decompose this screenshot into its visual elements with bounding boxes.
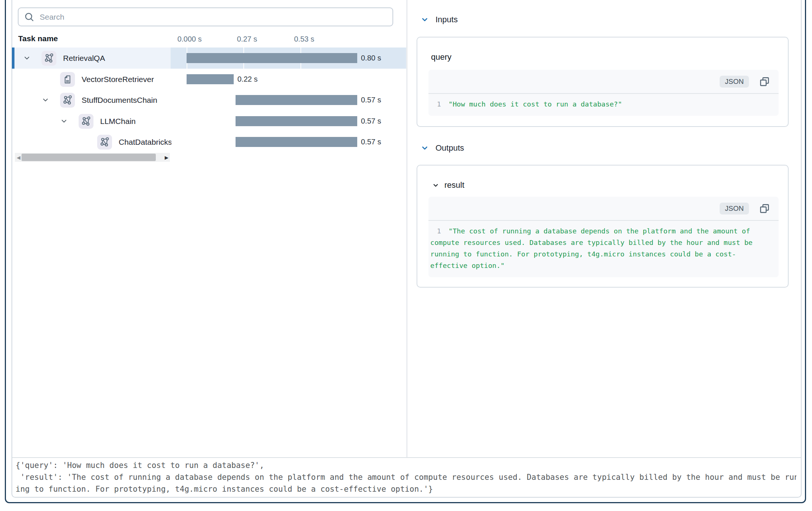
query-code-content: 1"How much does it cost to run a databas… — [428, 94, 779, 116]
search-box — [18, 7, 393, 26]
span-row-StuffDocumentsChain[interactable]: StuffDocumentsChain0.57 s — [12, 89, 406, 111]
code-line: effective option." — [428, 260, 779, 271]
expander-chevron-icon[interactable] — [23, 54, 42, 62]
retriever-document-icon — [60, 72, 75, 87]
query-field-label: query — [431, 52, 451, 62]
copy-icon — [759, 76, 770, 87]
duration-label: 0.57 s — [361, 89, 381, 111]
line-number: 1 — [428, 98, 441, 110]
duration-bar — [187, 74, 234, 84]
span-name-cell: LLMChain — [12, 111, 171, 132]
duration-label: 0.22 s — [237, 69, 257, 90]
duration-bar — [236, 116, 357, 126]
span-name-label: VectorStoreRetriever — [82, 75, 154, 84]
result-field-label: result — [444, 180, 464, 190]
json-format-badge[interactable]: JSON — [720, 76, 749, 88]
copy-button[interactable] — [759, 76, 770, 88]
span-row-ChatDatabricks[interactable]: ChatDatabricks0.57 s — [12, 131, 406, 153]
chain-span-icon — [60, 93, 75, 108]
result-collapse-chevron-icon[interactable] — [432, 182, 439, 189]
span-name-cell: ChatDatabricks — [12, 131, 171, 153]
duration-bar — [236, 95, 357, 105]
span-name-label: RetrievalQA — [63, 54, 105, 63]
output-result-card: result JSON 1"The cost of running a data… — [417, 165, 789, 288]
span-row-RetrievalQA[interactable]: RetrievalQA0.80 s — [12, 48, 406, 69]
search-icon — [24, 12, 34, 22]
span-row-VectorStoreRetriever[interactable]: VectorStoreRetriever0.22 s — [12, 69, 406, 90]
code-line: 1"How much does it cost to run a databas… — [428, 98, 779, 110]
trace-viewer-page: Task name 0.000 s0.27 s0.53 s RetrievalQ… — [0, 0, 812, 511]
outputs-collapse-chevron-icon[interactable] — [421, 144, 429, 152]
chain-span-icon — [79, 114, 93, 129]
result-code-block: JSON 1"The cost of running a database de… — [428, 197, 779, 277]
result-field-header: result — [432, 180, 464, 190]
expander-chevron-icon[interactable] — [42, 96, 60, 104]
duration-label: 0.57 s — [361, 131, 381, 153]
copy-button[interactable] — [759, 203, 770, 214]
code-text: compute resources used. Databases are ty… — [428, 237, 753, 248]
task-name-column-header: Task name — [18, 34, 58, 43]
console-line: 'result': 'The cost of running a databas… — [16, 471, 796, 483]
input-query-card: query JSON 1"How much does it cost to ru… — [417, 37, 789, 127]
span-name-label: StuffDocumentsChain — [82, 96, 157, 105]
inputs-section-header: Inputs — [421, 15, 458, 24]
copy-icon — [759, 203, 770, 214]
span-name-cell: VectorStoreRetriever — [12, 69, 171, 90]
duration-bar — [236, 137, 357, 147]
chain-span-icon — [42, 51, 56, 66]
duration-bar — [187, 53, 357, 63]
time-axis-tick: 0.000 s — [167, 35, 212, 43]
span-row-LLMChain[interactable]: LLMChain0.57 s — [12, 111, 406, 132]
code-text: effective option." — [428, 260, 504, 271]
span-name-label: ChatDatabricks — [119, 138, 171, 147]
result-code-content: 1"The cost of running a database depends… — [428, 221, 779, 277]
span-name-cell: StuffDocumentsChain — [12, 89, 171, 111]
console-line: {'query': 'How much does it cost to run … — [16, 459, 796, 471]
code-text: "How much does it cost to run a database… — [441, 98, 622, 110]
inputs-collapse-chevron-icon[interactable] — [421, 16, 429, 24]
duration-label: 0.57 s — [361, 111, 381, 132]
code-line: 1"The cost of running a database depends… — [428, 225, 779, 237]
console-line: ing to function. For prototyping, t4g.mi… — [16, 483, 796, 495]
span-name-label: LLMChain — [100, 117, 136, 126]
expander-chevron-icon[interactable] — [60, 117, 79, 125]
scrollbar-thumb[interactable] — [22, 154, 156, 161]
chain-span-icon — [97, 135, 112, 150]
scroll-right-arrow-icon[interactable]: ▶ — [164, 153, 170, 162]
query-code-block: JSON 1"How much does it cost to run a da… — [428, 70, 779, 116]
trace-widget-bottom-border — [12, 457, 801, 458]
scroll-left-arrow-icon[interactable]: ◀ — [16, 153, 22, 162]
panel-divider — [407, 0, 407, 457]
time-axis-tick: 0.27 s — [225, 35, 269, 43]
tree-horizontal-scrollbar[interactable]: ◀ ▶ — [15, 153, 170, 162]
inputs-title: Inputs — [435, 15, 458, 24]
outputs-section-header: Outputs — [421, 143, 464, 153]
duration-label: 0.80 s — [361, 48, 381, 69]
outputs-title: Outputs — [435, 143, 464, 153]
code-line: running to function. For prototyping, t4… — [428, 248, 779, 260]
console-output: {'query': 'How much does it cost to run … — [16, 459, 796, 495]
code-text: "The cost of running a database depends … — [441, 225, 750, 237]
time-axis-tick: 0.53 s — [282, 35, 326, 43]
span-name-cell: RetrievalQA — [12, 48, 171, 69]
code-text: running to function. For prototyping, t4… — [428, 248, 736, 260]
search-input[interactable] — [34, 8, 392, 26]
line-number: 1 — [428, 225, 441, 237]
code-line: compute resources used. Databases are ty… — [428, 237, 779, 248]
json-format-badge[interactable]: JSON — [720, 203, 749, 214]
